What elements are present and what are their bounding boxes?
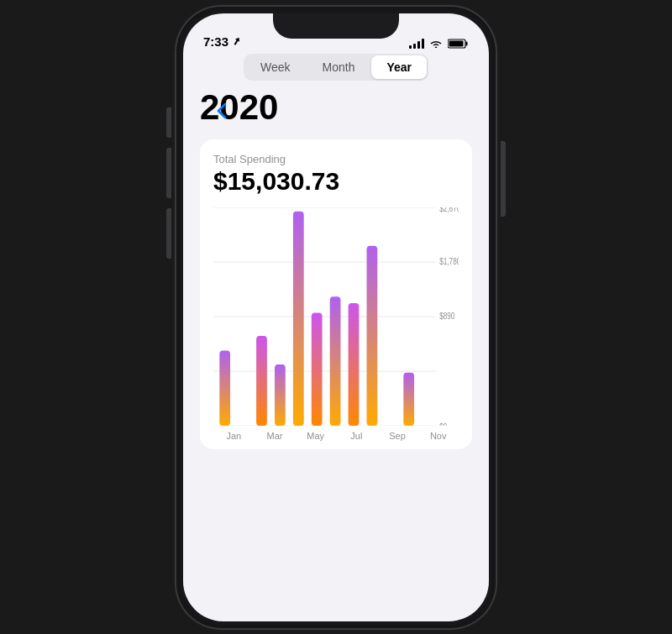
year-tab[interactable]: Year (371, 55, 427, 79)
x-label-nov: Nov (417, 431, 459, 441)
year-title: 2020 (200, 87, 472, 128)
x-label-jan: Jan (213, 431, 255, 441)
svg-text:$1,780: $1,780 (439, 257, 459, 266)
power-button[interactable] (501, 141, 506, 217)
volume-up-button[interactable] (166, 148, 171, 198)
screen-content: Week Month Year 2020 Total Spending $15,… (183, 54, 489, 449)
chart-card: Total Spending $15,030.73 (200, 139, 472, 449)
notch (273, 13, 399, 39)
svg-rect-15 (293, 211, 304, 425)
time-display: 7:33 (203, 34, 228, 49)
svg-rect-20 (403, 372, 414, 425)
svg-text:$890: $890 (439, 312, 454, 321)
volume-down-button[interactable] (166, 208, 171, 259)
phone-screen: 7:33 (183, 13, 489, 621)
mute-button[interactable] (166, 107, 171, 138)
segment-control: Week Month Year (244, 54, 428, 81)
battery-icon (448, 39, 469, 49)
signal-icon (409, 39, 424, 49)
chart-svg: $2,670 $1,780 $890 $0 (213, 207, 459, 426)
svg-rect-13 (256, 335, 267, 425)
location-icon (232, 36, 242, 46)
svg-rect-16 (312, 312, 323, 425)
svg-text:$2,670: $2,670 (439, 207, 459, 213)
wifi-icon (429, 39, 443, 49)
phone-frame: 7:33 (176, 7, 496, 628)
week-tab[interactable]: Week (245, 55, 306, 79)
svg-text:$0: $0 (439, 422, 447, 425)
svg-rect-17 (330, 296, 341, 426)
status-time: 7:33 (203, 34, 242, 49)
status-icons (409, 39, 469, 49)
bar-chart: $2,670 $1,780 $890 $0 (213, 207, 459, 426)
svg-rect-14 (275, 364, 286, 425)
svg-rect-2 (449, 40, 464, 46)
svg-rect-19 (367, 245, 378, 425)
month-tab[interactable]: Month (307, 55, 370, 79)
svg-rect-18 (349, 302, 360, 425)
total-spending-label: Total Spending (213, 153, 459, 165)
svg-rect-12 (219, 350, 230, 426)
back-button[interactable] (217, 102, 227, 124)
x-label-may: May (295, 431, 336, 441)
x-label-sep: Sep (377, 431, 418, 441)
x-axis-labels: Jan Mar May Jul Sep Nov (213, 426, 459, 441)
svg-rect-1 (466, 41, 468, 45)
x-label-jul: Jul (336, 431, 377, 441)
x-label-mar: Mar (255, 431, 296, 441)
total-spending-amount: $15,030.73 (213, 167, 459, 196)
